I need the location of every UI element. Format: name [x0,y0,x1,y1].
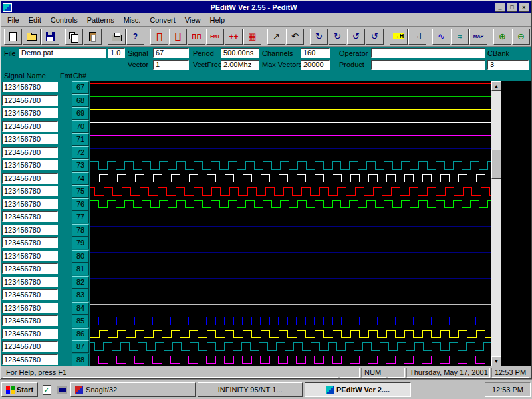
menu-item-patterns[interactable]: Patterns [82,14,119,26]
channel-number-cell[interactable]: 68 [72,94,89,107]
operator-field[interactable] [371,48,485,58]
fmt-cell[interactable] [60,173,71,184]
menu-item-controls[interactable]: Controls [46,14,82,26]
signal-name-cell[interactable]: 123456780 [2,199,58,209]
pulse-low-button[interactable]: ∐ [169,29,187,45]
fmt-cell[interactable] [60,263,71,275]
clock-format-3-button[interactable]: ↺ [347,29,365,45]
channel-number-cell[interactable]: 79 [72,237,89,249]
menu-item-edit[interactable]: Edit [24,14,46,26]
vector-field[interactable]: 1 [153,60,189,70]
fmt-cell[interactable] [60,329,71,340]
goto-end-button[interactable]: →| [408,29,426,45]
copy-button[interactable] [65,29,83,45]
draw-line-button[interactable]: ↗ [267,29,285,45]
paste-button[interactable] [84,29,102,45]
zoom-out-button[interactable]: ⊖ [512,29,530,45]
signal-name-cell[interactable]: 123456780 [2,289,58,300]
channel-number-cell[interactable]: 83 [72,289,89,301]
signal-name-cell[interactable]: 123456780 [2,95,58,106]
fmt-cell[interactable] [60,82,71,93]
fmt-cell[interactable] [60,186,71,197]
clock-format-4-button[interactable]: ↺ [366,29,384,45]
pulse-train-button[interactable]: ∏∏ [188,29,205,45]
fmt-cell[interactable] [60,95,71,106]
insert-vectors-button[interactable]: ++ [225,29,243,45]
fmt-cell[interactable] [60,251,71,262]
print-button[interactable] [108,29,126,45]
product-field[interactable] [371,60,485,70]
channel-number-cell[interactable]: 81 [72,263,89,275]
channels-field[interactable]: 160 [301,48,330,58]
channel-number-cell[interactable]: 87 [72,340,89,353]
fmt-cell[interactable] [60,225,71,236]
minimize-button[interactable]: _ [495,3,505,12]
signal-name-cell[interactable]: 123456780 [2,225,58,235]
channel-number-cell[interactable]: 84 [72,302,89,315]
waveform-view-button[interactable]: ∿ [432,29,450,45]
maximize-button[interactable]: □ [507,3,517,12]
save-button[interactable] [41,29,59,45]
menu-item-convert[interactable]: Convert [145,14,180,26]
fmt-cell[interactable] [60,147,71,158]
channel-number-cell[interactable]: 88 [72,354,89,366]
hold-format-button[interactable]: →H [390,29,408,45]
channel-number-cell[interactable]: 77 [72,211,89,223]
signal-name-cell[interactable]: 123456780 [2,108,58,118]
signal-field[interactable]: 67 [153,48,189,58]
signal-name-cell[interactable]: 123456780 [2,134,58,144]
map-button[interactable]: MAP [469,29,487,45]
quick-launch-document-icon[interactable]: ✓ [40,383,53,396]
period-field[interactable]: 500.00ns [221,48,259,58]
channel-number-cell[interactable]: 73 [72,159,89,172]
signal-name-cell[interactable]: 123456780 [2,315,58,326]
menu-item-misc[interactable]: Misc. [119,14,146,26]
signal-name-cell[interactable]: 123456780 [2,251,58,261]
fmt-cell[interactable] [60,108,71,119]
pattern-grid-button[interactable]: ▦ [243,29,261,45]
maxvectors-field[interactable]: 20000 [301,60,330,70]
help-button[interactable]: ? [126,29,144,45]
menu-item-view[interactable]: View [180,14,205,26]
signal-name-cell[interactable]: 123456780 [2,173,58,184]
compare-wave-button[interactable]: ≈ [451,29,469,45]
channel-number-cell[interactable]: 67 [72,81,89,94]
signal-name-cell[interactable]: 123456780 [2,341,58,352]
new-button[interactable] [4,29,22,45]
channel-number-cell[interactable]: 71 [72,133,89,146]
fmt-cell[interactable] [60,315,71,327]
fmt-cell[interactable] [60,121,71,132]
channel-number-cell[interactable]: 86 [72,328,89,340]
menu-item-help[interactable]: Help [205,14,230,26]
signal-name-cell[interactable]: 123456780 [2,263,58,274]
undo-button[interactable]: ↶ [286,29,304,45]
fmt-cell[interactable] [60,277,71,288]
taskbar-button-snagit-32[interactable]: SnagIt/32 [70,382,196,397]
channel-number-cell[interactable]: 76 [72,198,89,211]
fmt-cell[interactable] [60,341,71,352]
channel-number-cell[interactable]: 78 [72,224,89,237]
taskbar-button-peditw-ver-2[interactable]: PEditW Ver 2.... [305,382,411,397]
cbank-field[interactable]: 3 [487,60,529,70]
scroll-down-button[interactable]: ▼ [491,356,501,366]
fmt-button[interactable]: FMT [206,29,224,45]
signal-name-cell[interactable]: 123456780 [2,82,58,92]
channel-number-cell[interactable]: 85 [72,315,89,327]
open-button[interactable] [23,29,41,45]
signal-name-cell[interactable]: 123456780 [2,160,58,170]
start-button[interactable]: Start [1,382,38,397]
fmt-cell[interactable] [60,303,71,314]
clock-format-2-button[interactable]: ↻ [329,29,346,45]
signal-name-cell[interactable]: 123456780 [2,329,58,339]
channel-number-cell[interactable]: 74 [72,172,89,185]
fmt-cell[interactable] [60,211,71,223]
channel-number-cell[interactable]: 82 [72,276,89,289]
quick-launch-monitor-icon[interactable] [55,383,68,396]
menu-item-file[interactable]: File [3,14,24,26]
channel-number-cell[interactable]: 72 [72,146,89,159]
channel-number-cell[interactable]: 70 [72,120,89,133]
channel-number-cell[interactable]: 69 [72,107,89,120]
clock-format-1-button[interactable]: ↻ [310,29,328,45]
signal-name-cell[interactable]: 123456780 [2,354,58,365]
channel-number-cell[interactable]: 80 [72,250,89,263]
